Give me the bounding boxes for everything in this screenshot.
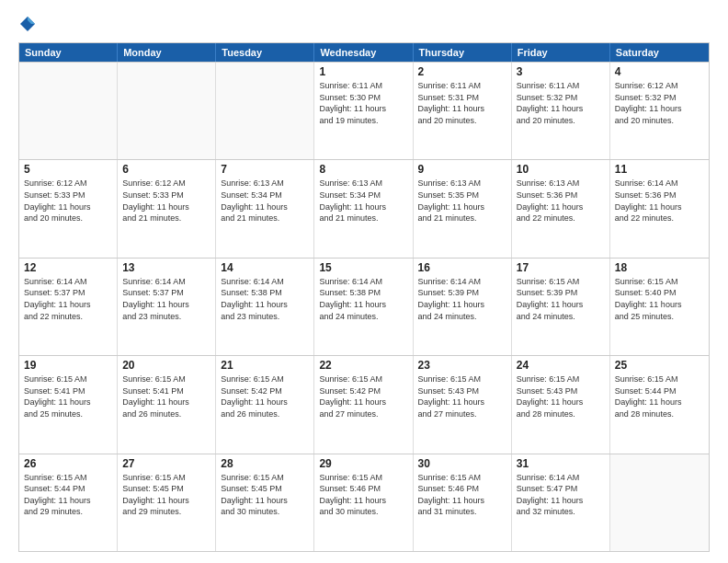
cell-info: Sunrise: 6:15 AM Sunset: 5:44 PM Dayligh… — [615, 373, 704, 419]
calendar-cell: 25Sunrise: 6:15 AM Sunset: 5:44 PM Dayli… — [610, 356, 709, 453]
cell-day-number: 20 — [122, 359, 210, 372]
calendar-cell: 9Sunrise: 6:13 AM Sunset: 5:35 PM Daylig… — [414, 160, 512, 257]
calendar-cell: 21Sunrise: 6:15 AM Sunset: 5:42 PM Dayli… — [216, 356, 314, 453]
logo — [18, 15, 40, 35]
cell-day-number: 2 — [418, 65, 506, 78]
calendar-cell: 20Sunrise: 6:15 AM Sunset: 5:41 PM Dayli… — [118, 356, 216, 453]
cell-day-number: 30 — [418, 457, 506, 470]
cell-day-number: 6 — [122, 163, 210, 176]
calendar-cell: 13Sunrise: 6:14 AM Sunset: 5:37 PM Dayli… — [118, 259, 216, 355]
calendar-cell: 7Sunrise: 6:13 AM Sunset: 5:34 PM Daylig… — [216, 160, 314, 257]
calendar-cell: 6Sunrise: 6:12 AM Sunset: 5:33 PM Daylig… — [118, 160, 216, 257]
calendar-cell: 27Sunrise: 6:15 AM Sunset: 5:45 PM Dayli… — [118, 454, 216, 551]
calendar-cell: 30Sunrise: 6:15 AM Sunset: 5:46 PM Dayli… — [414, 454, 512, 551]
calendar-cell: 5Sunrise: 6:12 AM Sunset: 5:33 PM Daylig… — [19, 160, 118, 257]
cell-day-number: 19 — [24, 359, 112, 372]
calendar-cell: 4Sunrise: 6:12 AM Sunset: 5:32 PM Daylig… — [610, 63, 709, 159]
cell-info: Sunrise: 6:14 AM Sunset: 5:47 PM Dayligh… — [517, 472, 605, 518]
calendar-week-5: 26Sunrise: 6:15 AM Sunset: 5:44 PM Dayli… — [19, 454, 709, 551]
calendar: SundayMondayTuesdayWednesdayThursdayFrid… — [18, 42, 710, 552]
calendar-cell — [19, 63, 118, 159]
calendar-header-cell: Saturday — [610, 43, 709, 62]
cell-day-number: 24 — [517, 359, 605, 372]
calendar-cell: 3Sunrise: 6:11 AM Sunset: 5:32 PM Daylig… — [512, 63, 610, 159]
cell-info: Sunrise: 6:15 AM Sunset: 5:43 PM Dayligh… — [517, 373, 605, 419]
cell-info: Sunrise: 6:15 AM Sunset: 5:41 PM Dayligh… — [122, 373, 210, 419]
cell-info: Sunrise: 6:15 AM Sunset: 5:43 PM Dayligh… — [418, 373, 506, 419]
cell-day-number: 15 — [319, 261, 407, 274]
calendar-header-cell: Tuesday — [216, 43, 314, 62]
calendar-cell: 31Sunrise: 6:14 AM Sunset: 5:47 PM Dayli… — [512, 454, 610, 551]
cell-info: Sunrise: 6:14 AM Sunset: 5:36 PM Dayligh… — [615, 178, 704, 224]
cell-info: Sunrise: 6:15 AM Sunset: 5:46 PM Dayligh… — [418, 472, 506, 518]
calendar-cell: 1Sunrise: 6:11 AM Sunset: 5:30 PM Daylig… — [314, 63, 413, 159]
cell-day-number: 1 — [319, 65, 407, 78]
header — [18, 15, 710, 35]
cell-info: Sunrise: 6:11 AM Sunset: 5:31 PM Dayligh… — [418, 80, 506, 126]
calendar-cell: 2Sunrise: 6:11 AM Sunset: 5:31 PM Daylig… — [414, 63, 512, 159]
calendar-cell: 18Sunrise: 6:15 AM Sunset: 5:40 PM Dayli… — [610, 259, 709, 355]
cell-day-number: 9 — [418, 163, 506, 176]
calendar-cell: 29Sunrise: 6:15 AM Sunset: 5:46 PM Dayli… — [314, 454, 413, 551]
calendar-cell: 24Sunrise: 6:15 AM Sunset: 5:43 PM Dayli… — [512, 356, 610, 453]
cell-day-number: 7 — [221, 163, 309, 176]
cell-day-number: 5 — [24, 163, 112, 176]
cell-day-number: 11 — [615, 163, 704, 176]
calendar-cell: 28Sunrise: 6:15 AM Sunset: 5:45 PM Dayli… — [216, 454, 314, 551]
cell-info: Sunrise: 6:15 AM Sunset: 5:42 PM Dayligh… — [319, 373, 407, 419]
cell-info: Sunrise: 6:15 AM Sunset: 5:42 PM Dayligh… — [221, 373, 309, 419]
cell-day-number: 14 — [221, 261, 309, 274]
calendar-header-cell: Monday — [118, 43, 216, 62]
cell-info: Sunrise: 6:13 AM Sunset: 5:35 PM Dayligh… — [418, 178, 506, 224]
cell-day-number: 21 — [221, 359, 309, 372]
calendar-cell: 11Sunrise: 6:14 AM Sunset: 5:36 PM Dayli… — [610, 160, 709, 257]
calendar-cell — [216, 63, 314, 159]
calendar-cell: 26Sunrise: 6:15 AM Sunset: 5:44 PM Dayli… — [19, 454, 118, 551]
calendar-cell — [118, 63, 216, 159]
calendar-cell: 14Sunrise: 6:14 AM Sunset: 5:38 PM Dayli… — [216, 259, 314, 355]
cell-info: Sunrise: 6:12 AM Sunset: 5:33 PM Dayligh… — [122, 178, 210, 224]
calendar-body: 1Sunrise: 6:11 AM Sunset: 5:30 PM Daylig… — [19, 62, 709, 551]
calendar-header-cell: Thursday — [414, 43, 512, 62]
calendar-cell: 16Sunrise: 6:14 AM Sunset: 5:39 PM Dayli… — [414, 259, 512, 355]
cell-info: Sunrise: 6:11 AM Sunset: 5:32 PM Dayligh… — [517, 80, 605, 126]
calendar-header-cell: Wednesday — [314, 43, 413, 62]
cell-info: Sunrise: 6:14 AM Sunset: 5:38 PM Dayligh… — [319, 276, 407, 322]
cell-day-number: 18 — [615, 261, 704, 274]
logo-icon — [18, 15, 37, 33]
cell-day-number: 4 — [615, 65, 704, 78]
cell-info: Sunrise: 6:13 AM Sunset: 5:34 PM Dayligh… — [221, 178, 309, 224]
calendar-cell: 8Sunrise: 6:13 AM Sunset: 5:34 PM Daylig… — [314, 160, 413, 257]
cell-day-number: 23 — [418, 359, 506, 372]
calendar-week-2: 5Sunrise: 6:12 AM Sunset: 5:33 PM Daylig… — [19, 159, 709, 257]
calendar-header: SundayMondayTuesdayWednesdayThursdayFrid… — [19, 43, 709, 62]
cell-info: Sunrise: 6:14 AM Sunset: 5:37 PM Dayligh… — [122, 276, 210, 322]
calendar-header-cell: Sunday — [19, 43, 118, 62]
cell-day-number: 25 — [615, 359, 704, 372]
cell-info: Sunrise: 6:15 AM Sunset: 5:41 PM Dayligh… — [24, 373, 112, 419]
cell-info: Sunrise: 6:15 AM Sunset: 5:46 PM Dayligh… — [319, 472, 407, 518]
cell-info: Sunrise: 6:15 AM Sunset: 5:39 PM Dayligh… — [517, 276, 605, 322]
cell-day-number: 3 — [517, 65, 605, 78]
cell-info: Sunrise: 6:15 AM Sunset: 5:45 PM Dayligh… — [122, 472, 210, 518]
cell-info: Sunrise: 6:15 AM Sunset: 5:44 PM Dayligh… — [24, 472, 112, 518]
cell-day-number: 12 — [24, 261, 112, 274]
calendar-cell: 19Sunrise: 6:15 AM Sunset: 5:41 PM Dayli… — [19, 356, 118, 453]
cell-info: Sunrise: 6:14 AM Sunset: 5:38 PM Dayligh… — [221, 276, 309, 322]
calendar-week-1: 1Sunrise: 6:11 AM Sunset: 5:30 PM Daylig… — [19, 62, 709, 159]
cell-day-number: 17 — [517, 261, 605, 274]
cell-info: Sunrise: 6:12 AM Sunset: 5:32 PM Dayligh… — [615, 80, 704, 126]
calendar-cell: 17Sunrise: 6:15 AM Sunset: 5:39 PM Dayli… — [512, 259, 610, 355]
cell-info: Sunrise: 6:13 AM Sunset: 5:34 PM Dayligh… — [319, 178, 407, 224]
cell-day-number: 13 — [122, 261, 210, 274]
calendar-cell: 10Sunrise: 6:13 AM Sunset: 5:36 PM Dayli… — [512, 160, 610, 257]
cell-day-number: 26 — [24, 457, 112, 470]
cell-info: Sunrise: 6:12 AM Sunset: 5:33 PM Dayligh… — [24, 178, 112, 224]
cell-info: Sunrise: 6:11 AM Sunset: 5:30 PM Dayligh… — [319, 80, 407, 126]
calendar-week-3: 12Sunrise: 6:14 AM Sunset: 5:37 PM Dayli… — [19, 258, 709, 355]
cell-day-number: 22 — [319, 359, 407, 372]
cell-day-number: 10 — [517, 163, 605, 176]
cell-day-number: 27 — [122, 457, 210, 470]
calendar-cell — [610, 454, 709, 551]
cell-info: Sunrise: 6:15 AM Sunset: 5:40 PM Dayligh… — [615, 276, 704, 322]
